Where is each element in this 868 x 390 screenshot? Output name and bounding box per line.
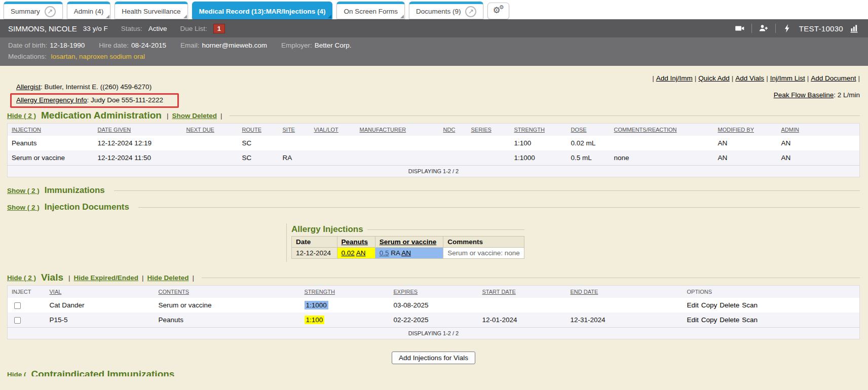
cell-end-date <box>567 298 683 313</box>
allergist-link[interactable]: Allergist <box>16 83 41 91</box>
hide-expired-ended-link[interactable]: Hide Expired/Ended <box>74 274 139 282</box>
chevron-corner-icon <box>106 15 109 18</box>
add-injections-for-vials-button[interactable]: Add Injections for Vials <box>392 352 475 364</box>
pipe: | <box>732 74 734 82</box>
inject-checkbox[interactable] <box>14 317 21 324</box>
scan-link[interactable]: Scan <box>742 316 758 324</box>
cell-serum-dose: 0.5 RA AN <box>375 248 443 259</box>
open-in-new-icon[interactable]: ↗ <box>465 6 476 17</box>
dob-value: 12-18-1990 <box>50 42 85 49</box>
allergy-emergency-info-link[interactable]: Allergy Emergency Info <box>16 96 87 104</box>
cell-injection: Peanuts <box>8 136 94 150</box>
dose-link[interactable]: 0.5 <box>380 249 389 257</box>
dose-link[interactable]: 0.02 <box>342 249 355 257</box>
inj-imm-list-link[interactable]: Inj/Imm List <box>770 74 805 82</box>
inject-checkbox[interactable] <box>14 302 21 309</box>
contraindicated-hide-toggle[interactable]: Hide ( <box>7 371 26 377</box>
col-admin[interactable]: ADMIN <box>777 124 860 136</box>
admin-initials-link[interactable]: AN <box>356 249 366 257</box>
col-comments[interactable]: COMMENTS/REACTION <box>610 124 714 136</box>
peak-flow-baseline-link[interactable]: Peak Flow Baseline <box>774 91 834 99</box>
due-list-badge[interactable]: 1 <box>213 24 225 33</box>
add-document-link[interactable]: Add Document <box>811 74 856 82</box>
med-admin-title: Medication Administration <box>41 110 162 121</box>
show-deleted-link[interactable]: Show Deleted <box>172 112 217 120</box>
col-route[interactable]: ROUTE <box>238 124 279 136</box>
settings-button[interactable]: ⚙⚙ <box>487 3 509 19</box>
tab-label: Health Surveillance <box>122 8 180 15</box>
col-modified-by[interactable]: MODIFIED BY <box>714 124 777 136</box>
col-strength[interactable]: STRENGTH <box>300 286 390 298</box>
cell-comments: none <box>610 150 714 166</box>
edit-link[interactable]: Edit <box>687 316 699 324</box>
bar-chart-icon[interactable] <box>850 23 860 33</box>
col-manufacturer[interactable]: MANUFACTURER <box>356 124 439 136</box>
tab-summary[interactable]: Summary ↗ <box>4 2 63 19</box>
delete-link[interactable]: Delete <box>720 316 739 324</box>
scan-link[interactable]: Scan <box>742 301 758 309</box>
peanuts-column-link[interactable]: Peanuts <box>342 238 368 246</box>
open-in-new-icon[interactable]: ↗ <box>45 6 56 17</box>
col-site[interactable]: SITE <box>279 124 310 136</box>
pipe: | <box>766 74 768 82</box>
lightning-icon[interactable] <box>782 23 792 33</box>
med-admin-hide-toggle[interactable]: Hide ( 2 ) <box>7 112 36 120</box>
tab-label: Admin (4) <box>74 8 104 15</box>
chevron-corner-icon <box>400 15 404 18</box>
delete-link[interactable]: Delete <box>720 301 739 309</box>
quick-add-link[interactable]: Quick Add <box>698 74 730 82</box>
divider <box>367 229 524 230</box>
cell-start-date: 12-01-2024 <box>478 313 567 328</box>
col-inject: INJECT <box>8 286 46 298</box>
col-ndc[interactable]: NDC <box>439 124 467 136</box>
copy-link[interactable]: Copy <box>701 316 718 324</box>
pipe: | <box>68 274 70 282</box>
cell-route: SC <box>238 136 279 150</box>
col-strength[interactable]: STRENGTH <box>510 124 567 136</box>
col-contents[interactable]: CONTENTS <box>155 286 300 298</box>
col-vial[interactable]: VIAL <box>46 286 155 298</box>
table-row: Peanuts 12-12-2024 12:19 SC 1:100 0.02 m… <box>8 136 860 150</box>
col-injection[interactable]: INJECTION <box>8 124 94 136</box>
add-inj-imm-link[interactable]: Add Inj/Imm <box>656 74 693 82</box>
col-end-date[interactable]: END DATE <box>567 286 683 298</box>
tab-documents[interactable]: Documents (9) ↗ <box>409 2 484 19</box>
vials-hide-toggle[interactable]: Hide ( 2 ) <box>7 274 36 282</box>
add-vials-link[interactable]: Add Vials <box>735 74 764 82</box>
action-links-block: |Add Inj/Imm|Quick Add|Add Vials|Inj/Imm… <box>652 73 860 100</box>
col-start-date[interactable]: START DATE <box>478 286 567 298</box>
cell-expires: 03-08-2025 <box>390 298 478 313</box>
col-vial-lot[interactable]: VIAL/LOT <box>310 124 356 136</box>
col-expires[interactable]: EXPIRES <box>390 286 478 298</box>
col-series[interactable]: SERIES <box>467 124 510 136</box>
cell-end-date: 12-31-2024 <box>567 313 683 328</box>
medication-link[interactable]: losartan <box>51 53 76 60</box>
edit-link[interactable]: Edit <box>687 301 699 309</box>
tab-admin[interactable]: Admin (4) <box>67 2 111 19</box>
allergist-value: : Butler, Internist E. ((260) 459-6270) <box>41 83 152 91</box>
comma: , <box>76 53 80 60</box>
status-label: Status: <box>121 25 142 32</box>
table-header-row: INJECTION DATE GIVEN NEXT DUE ROUTE SITE… <box>8 124 860 136</box>
video-camera-icon[interactable] <box>735 23 745 33</box>
serum-column-link[interactable]: Serum or vaccine <box>380 238 437 246</box>
col-dose[interactable]: DOSE <box>567 124 610 136</box>
copy-link[interactable]: Copy <box>701 301 718 309</box>
tab-health-surveillance[interactable]: Health Surveillance <box>115 2 187 19</box>
paging-text: DISPLAYING 1-2 / 2 <box>8 166 860 177</box>
col-next-due[interactable]: NEXT DUE <box>182 124 238 136</box>
col-date-given[interactable]: DATE GIVEN <box>94 124 182 136</box>
hide-deleted-link[interactable]: Hide Deleted <box>147 274 189 282</box>
allergy-injections-fieldset: Allergy Injections Date Peanuts Serum or… <box>286 223 524 262</box>
chevron-corner-icon <box>328 15 331 18</box>
injection-documents-show-toggle[interactable]: Show ( 2 ) <box>7 204 40 211</box>
immunizations-show-toggle[interactable]: Show ( 2 ) <box>7 187 40 194</box>
cell-route: SC <box>238 150 279 166</box>
tab-medical-record[interactable]: Medical Record (13):MAR/Injections (4) <box>192 2 333 19</box>
tab-on-screen-forms[interactable]: On Screen Forms <box>336 2 405 19</box>
medication-link[interactable]: naproxen sodium oral <box>79 53 145 60</box>
add-person-icon[interactable] <box>759 23 769 33</box>
table-header-row: INJECT VIAL CONTENTS STRENGTH EXPIRES ST… <box>8 286 860 298</box>
table-row: Serum or vaccine 12-12-2024 11:50 SC RA … <box>8 150 860 166</box>
admin-initials-link[interactable]: AN <box>401 249 411 257</box>
